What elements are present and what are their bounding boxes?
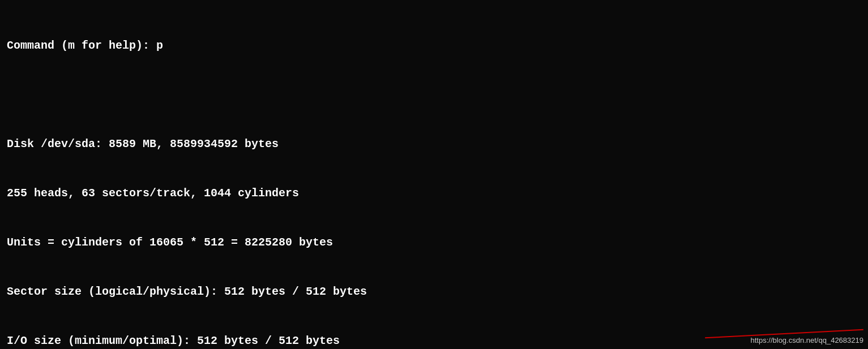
disk-info-line5: I/O size (minimum/optimal): 512 bytes / … [7,333,861,349]
disk-info-line3: Units = cylinders of 16065 * 512 = 82252… [7,234,861,251]
blank-line-1 [7,87,861,103]
disk-info-line1: Disk /dev/sda: 8589 MB, 8589934592 bytes [7,136,861,152]
command-line: Command (m for help): p [7,37,861,54]
watermark-text: https://blog.csdn.net/qq_42683219 [751,336,864,344]
terminal-output: Command (m for help): p Disk /dev/sda: 8… [0,0,868,349]
disk-info-line2: 255 heads, 63 sectors/track, 1044 cylind… [7,185,861,201]
disk-info-line4: Sector size (logical/physical): 512 byte… [7,283,861,300]
